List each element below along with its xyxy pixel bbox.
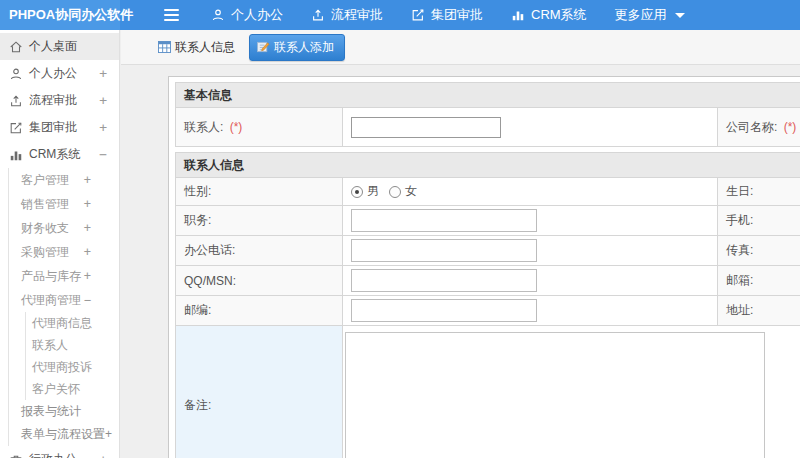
table-grid-icon [158,41,171,53]
required-mark: (*) [784,120,797,134]
tab-bar: 联系人信息 联系人添加 [121,30,800,65]
remark-textarea[interactable] [345,332,765,458]
bar-chart-icon [511,8,525,22]
crm-submenu: 客户管理 + 销售管理 + 财务收支 + 采购管理 + 产品与库存 + 代理商管… [8,168,119,446]
contact-name-label-cell: 联系人: (*) [176,108,343,147]
contact-add-form-panel: 基本信息 联系人: (*) 公司名称: (*) 联系人信息 性别: [168,76,800,458]
expand-icon[interactable]: + [99,120,107,135]
briefcase-icon [9,453,23,458]
birthday-label-cell: 生日: [718,178,800,206]
email-label-cell: 邮箱: [718,266,800,296]
sidebar-item-customer-care[interactable]: 客户关怀 [26,378,119,400]
office-phone-label-cell: 办公电话: [176,236,343,266]
qq-label-cell: QQ/MSN: [176,266,343,296]
expand-icon[interactable]: + [99,66,107,81]
address-label-cell: 地址: [718,296,800,326]
sidebar-item-personal-office[interactable]: 个人办公 + [0,60,119,87]
top-bar: PHPOA协同办公软件 个人办公 流程审批 集团审批 CRM系统 更多应用 [0,0,800,30]
sidebar-item-personal-desktop[interactable]: 个人桌面 [0,33,119,60]
sidebar-item-crm-system[interactable]: CRM系统 − [0,141,119,168]
user-icon [9,67,23,81]
sidebar-item-agent-management[interactable]: 代理商管理 − [9,288,119,312]
agent-submenu: 代理商信息 联系人 代理商投诉 客户关怀 [25,312,119,400]
expand-icon[interactable]: + [84,221,91,235]
topnav-personal-office[interactable]: 个人办公 [211,6,283,24]
app-window: PHPOA协同办公软件 个人办公 流程审批 集团审批 CRM系统 更多应用 [0,0,800,458]
edit-icon [9,121,23,135]
caret-down-icon [675,13,685,18]
hamburger-menu-icon[interactable] [164,9,179,21]
sidebar-item-customer-management[interactable]: 客户管理 + [9,168,119,192]
required-mark: (*) [230,120,243,134]
expand-icon[interactable]: + [84,269,91,283]
upload-icon [9,94,23,108]
sidebar-item-sales-management[interactable]: 销售管理 + [9,192,119,216]
gender-female-radio[interactable] [389,186,401,198]
sidebar-item-group-approval[interactable]: 集团审批 + [0,114,119,141]
home-icon [9,40,23,54]
sidebar-item-agent-info[interactable]: 代理商信息 [26,312,119,334]
gender-female-label: 女 [405,183,417,200]
basic-info-section: 基本信息 联系人: (*) 公司名称: (*) [175,82,800,147]
sidebar-item-product-inventory[interactable]: 产品与库存 + [9,264,119,288]
zip-input[interactable] [351,299,537,322]
topnav-workflow-approval[interactable]: 流程审批 [311,6,383,24]
contact-info-section: 联系人信息 性别: 男 女 生日: 职务: 手机: [175,152,800,458]
section-title-basic-info: 基本信息 [176,83,800,108]
expand-icon[interactable]: + [99,93,107,108]
sidebar-item-admin-office[interactable]: 行政办公 + [0,446,119,458]
edit-icon [411,8,425,22]
topnav-group-approval[interactable]: 集团审批 [411,6,483,24]
section-title-contact-info: 联系人信息 [176,153,800,178]
gender-label-cell: 性别: [176,178,343,206]
expand-icon[interactable]: + [84,245,91,259]
bar-chart-icon [9,148,23,162]
company-name-label-cell: 公司名称: (*) [718,108,800,147]
sidebar-item-contacts[interactable]: 联系人 [26,334,119,356]
sidebar-item-finance[interactable]: 财务收支 + [9,216,119,240]
sidebar-item-agent-complaints[interactable]: 代理商投诉 [26,356,119,378]
add-contact-icon [257,41,270,53]
gender-male-radio[interactable] [351,186,363,198]
tab-contact-info[interactable]: 联系人信息 [152,35,241,60]
mobile-label-cell: 手机: [718,206,800,236]
expand-icon[interactable]: + [84,173,91,187]
sidebar-item-reports-statistics[interactable]: 报表与统计 [9,400,119,423]
gender-radio-group: 男 女 [351,183,713,200]
zip-label-cell: 邮编: [176,296,343,326]
tab-contact-add[interactable]: 联系人添加 [249,34,345,61]
sidebar-item-form-workflow-settings[interactable]: 表单与流程设置+ [9,423,119,446]
sidebar-item-purchase-management[interactable]: 采购管理 + [9,240,119,264]
contact-name-input[interactable] [351,117,501,138]
qq-input[interactable] [351,269,537,292]
sidebar: 个人桌面 个人办公 + 流程审批 + 集团审批 + CRM系统 − 客户管理 + [0,30,120,458]
remark-label-cell: 备注: [176,326,343,458]
fax-label-cell: 传真: [718,236,800,266]
job-label-cell: 职务: [176,206,343,236]
job-input[interactable] [351,209,537,232]
topnav-more-apps[interactable]: 更多应用 [615,6,685,24]
expand-icon[interactable]: + [84,197,91,211]
office-phone-input[interactable] [351,239,537,262]
top-navigation: 个人办公 流程审批 集团审批 CRM系统 更多应用 [211,6,685,24]
collapse-icon[interactable]: − [84,293,91,307]
gender-male-label: 男 [367,183,379,200]
upload-icon [311,8,325,22]
expand-icon[interactable]: + [99,452,107,458]
sidebar-item-workflow-approval[interactable]: 流程审批 + [0,87,119,114]
user-icon [211,8,225,22]
collapse-icon[interactable]: − [99,147,107,162]
app-logo: PHPOA协同办公软件 [0,0,120,30]
topnav-crm-system[interactable]: CRM系统 [511,6,587,24]
